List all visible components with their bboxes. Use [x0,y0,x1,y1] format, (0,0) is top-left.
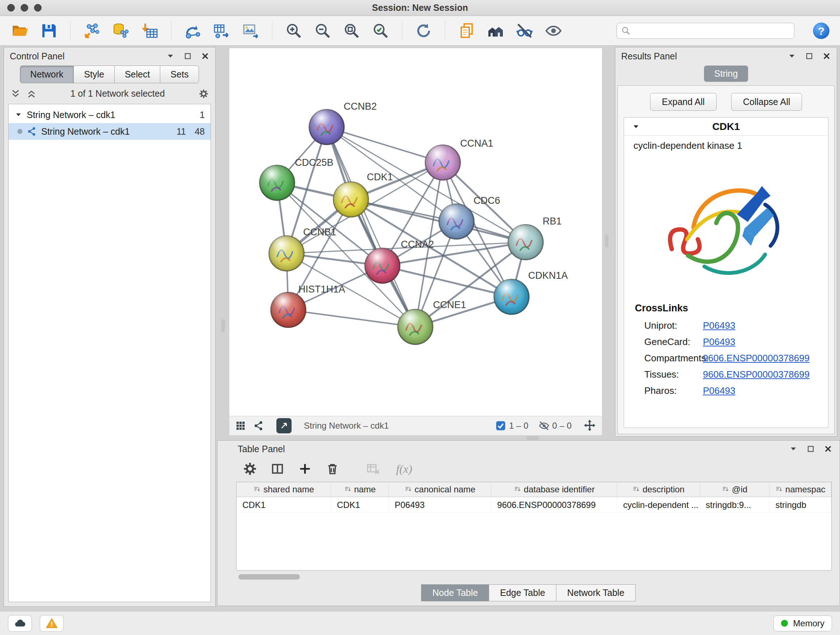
cloud-button[interactable] [8,615,32,632]
network-collection-label: String Network – cdk1 [27,110,115,120]
open-session-button[interactable] [9,20,30,41]
column-header--id[interactable]: @id [700,482,770,497]
node-CCNB1[interactable] [269,236,304,271]
import-table-file-button[interactable] [139,20,160,41]
column-header-name[interactable]: name [331,482,389,497]
import-network-database-button[interactable] [111,20,131,41]
scrollbar-thumb[interactable] [238,574,300,580]
add-column-button[interactable] [295,459,314,478]
tab-select[interactable]: Select [114,65,160,83]
expand-all-button[interactable]: Expand All [650,93,717,111]
close-window-button[interactable] [7,4,15,11]
collapse-section-icon[interactable] [632,123,640,131]
show-columns-button[interactable] [268,459,287,478]
export-table-button[interactable] [211,20,232,41]
crosslink-link[interactable]: P06493 [703,385,736,396]
memory-button[interactable]: Memory [774,616,832,631]
node-CCNA2[interactable] [365,248,400,283]
export-image-button[interactable] [240,20,261,41]
chevron-double-down-icon[interactable] [11,89,21,99]
network-graph[interactable]: CCNB2CCNA1CDC25BCDK1CDC6RB1CCNB1CCNA2CDK… [229,48,602,416]
tab-network[interactable]: Network [20,65,74,83]
sort-icon [632,486,639,493]
edge-HIST1H1A-CCNE1[interactable] [288,310,415,327]
tree-expand-icon[interactable] [14,111,22,119]
node-CDKN1A[interactable] [494,279,529,315]
column-header-description[interactable]: description [617,482,699,497]
collapse-all-button[interactable]: Collapse All [731,93,802,111]
warnings-button[interactable] [40,615,64,632]
table-header-row: shared namenamecanonical namedatabase id… [237,482,831,497]
column-header-database-identifier[interactable]: database identifier [491,482,617,497]
copy-document-button[interactable] [456,20,477,41]
tab-sets[interactable]: Sets [160,65,199,83]
zoom-in-button[interactable] [283,20,304,41]
table-row[interactable]: CDK1CDK1P064939606.ENSP00000378699cyclin… [237,497,831,513]
search-box[interactable] [616,23,794,39]
collapse-panel-icon[interactable] [788,52,796,60]
delete-column-button[interactable] [323,459,342,478]
tab-network-table[interactable]: Network Table [556,584,636,601]
crosslink-link[interactable]: 9606.ENSP00000378699 [703,353,810,364]
chevron-double-up-icon[interactable] [27,89,36,99]
network-collection-row[interactable]: String Network – cdk1 1 [9,106,210,123]
tab-string[interactable]: String [704,65,748,82]
horizontal-splitter-grip[interactable] [526,436,539,440]
hidden-eye-slash-icon[interactable] [538,420,549,431]
node-CDK1[interactable] [333,182,369,217]
help-button[interactable]: ? [812,21,831,40]
grid-view-icon[interactable] [235,420,246,431]
close-panel-icon[interactable] [824,445,832,453]
tab-style[interactable]: Style [73,65,115,83]
save-session-button[interactable] [38,20,59,41]
hide-selected-button[interactable] [514,20,535,41]
column-header-namespac[interactable]: namespac [769,482,831,497]
float-panel-icon[interactable] [805,52,813,60]
float-panel-icon[interactable] [806,445,815,453]
column-header-shared-name[interactable]: shared name [237,482,331,497]
pan-mode-button[interactable] [583,419,596,433]
zoom-selected-button[interactable] [370,20,391,41]
close-panel-icon[interactable] [201,52,210,60]
import-network-file-button[interactable] [81,20,103,41]
node-CCNA1[interactable] [425,145,461,180]
collapse-panel-icon[interactable] [166,52,175,60]
crosslink-link[interactable]: P06493 [703,336,736,348]
show-hidden-button[interactable] [543,20,564,41]
network-row[interactable]: String Network – cdk1 11 48 [9,123,210,140]
node-CDC25B[interactable] [259,165,295,201]
edge-CCNB2-CCNA1[interactable] [327,127,443,163]
table-horizontal-scrollbar[interactable] [236,573,832,581]
crosslink-link[interactable]: 9606.ENSP00000378699 [703,369,810,380]
node-CDC6[interactable] [439,204,474,239]
detach-view-button[interactable] [276,418,292,433]
column-header-canonical-name[interactable]: canonical name [389,482,491,497]
show-all-button[interactable] [485,20,506,41]
node-RB1[interactable] [508,225,543,260]
zoom-fit-button[interactable] [341,20,362,41]
tab-edge-table[interactable]: Edge Table [489,584,556,601]
selected-checkbox-icon[interactable] [495,420,506,431]
crosslink-link[interactable]: P06493 [703,320,736,331]
node-CCNB2[interactable] [309,109,344,145]
gear-icon[interactable] [199,89,209,99]
refresh-layout-button[interactable] [413,20,434,41]
new-network-from-selection-button[interactable] [182,20,203,41]
minimize-window-button[interactable] [21,4,28,11]
right-splitter-grip[interactable] [605,234,608,248]
node-CCNE1[interactable] [398,309,433,345]
search-input[interactable] [634,26,790,36]
close-panel-icon[interactable] [822,52,831,60]
zoom-out-button[interactable] [312,20,333,41]
zoom-window-button[interactable] [34,4,42,11]
float-panel-icon[interactable] [183,52,192,60]
table-settings-button[interactable] [240,459,259,478]
edge-CCNB2-CCNE1[interactable] [327,127,415,327]
network-view-icon[interactable] [253,420,264,431]
tab-node-table[interactable]: Node Table [421,584,489,601]
collapse-panel-icon[interactable] [789,445,798,453]
left-splitter-grip[interactable] [221,319,225,333]
network-canvas[interactable]: CCNB2CCNA1CDC25BCDK1CDC6RB1CCNB1CCNA2CDK… [229,48,602,416]
node-HIST1H1A[interactable] [271,292,306,328]
function-builder-button[interactable]: f(x) [396,462,412,476]
